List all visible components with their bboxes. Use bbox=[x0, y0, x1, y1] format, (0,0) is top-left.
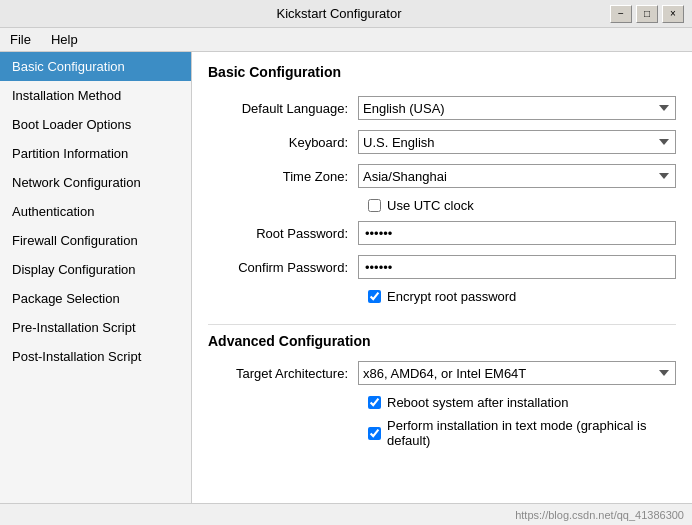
sidebar-item-basic-configuration[interactable]: Basic Configuration bbox=[0, 52, 191, 81]
root-password-row: Root Password: bbox=[208, 221, 676, 245]
sidebar-item-boot-loader-options[interactable]: Boot Loader Options bbox=[0, 110, 191, 139]
utc-clock-label: Use UTC clock bbox=[387, 198, 474, 213]
target-arch-select[interactable]: x86, AMD64, or Intel EM64T x86 (32-bit) … bbox=[358, 361, 676, 385]
reboot-label: Reboot system after installation bbox=[387, 395, 568, 410]
sidebar-item-network-configuration[interactable]: Network Configuration bbox=[0, 168, 191, 197]
keyboard-row: Keyboard: U.S. English U.S. Internationa… bbox=[208, 130, 676, 154]
reboot-checkbox[interactable] bbox=[368, 396, 381, 409]
main-content: Basic Configuration Installation Method … bbox=[0, 52, 692, 503]
sidebar: Basic Configuration Installation Method … bbox=[0, 52, 192, 503]
text-mode-label: Perform installation in text mode (graph… bbox=[387, 418, 676, 448]
confirm-password-input[interactable] bbox=[358, 255, 676, 279]
content-area: Basic Configuration Default Language: En… bbox=[192, 52, 692, 503]
close-button[interactable]: × bbox=[662, 5, 684, 23]
confirm-password-label: Confirm Password: bbox=[208, 260, 358, 275]
root-password-input[interactable] bbox=[358, 221, 676, 245]
keyboard-control: U.S. English U.S. International UK Germa… bbox=[358, 130, 676, 154]
confirm-password-row: Confirm Password: bbox=[208, 255, 676, 279]
menu-bar: File Help bbox=[0, 28, 692, 52]
root-password-control bbox=[358, 221, 676, 245]
utc-clock-checkbox[interactable] bbox=[368, 199, 381, 212]
sidebar-item-display-configuration[interactable]: Display Configuration bbox=[0, 255, 191, 284]
timezone-control: Asia/Shanghai America/New_York Europe/Lo… bbox=[358, 164, 676, 188]
sidebar-item-pre-installation-script[interactable]: Pre-Installation Script bbox=[0, 313, 191, 342]
title-bar: Kickstart Configurator − □ × bbox=[0, 0, 692, 28]
text-mode-checkbox[interactable] bbox=[368, 427, 381, 440]
sidebar-item-firewall-configuration[interactable]: Firewall Configuration bbox=[0, 226, 191, 255]
target-arch-label: Target Architecture: bbox=[208, 366, 358, 381]
sidebar-item-authentication[interactable]: Authentication bbox=[0, 197, 191, 226]
timezone-label: Time Zone: bbox=[208, 169, 358, 184]
confirm-password-control bbox=[358, 255, 676, 279]
advanced-config-section: Advanced Configuration Target Architectu… bbox=[208, 318, 676, 448]
utc-clock-row: Use UTC clock bbox=[208, 198, 676, 213]
encrypt-checkbox[interactable] bbox=[368, 290, 381, 303]
encrypt-row: Encrypt root password bbox=[208, 289, 676, 304]
menu-help[interactable]: Help bbox=[45, 30, 84, 49]
advanced-config-title: Advanced Configuration bbox=[208, 324, 676, 349]
status-bar: https://blog.csdn.net/qq_41386300 bbox=[0, 503, 692, 525]
root-password-label: Root Password: bbox=[208, 226, 358, 241]
sidebar-item-package-selection[interactable]: Package Selection bbox=[0, 284, 191, 313]
default-language-row: Default Language: English (USA) English … bbox=[208, 96, 676, 120]
default-language-label: Default Language: bbox=[208, 101, 358, 116]
window-title: Kickstart Configurator bbox=[68, 6, 610, 21]
maximize-button[interactable]: □ bbox=[636, 5, 658, 23]
timezone-select[interactable]: Asia/Shanghai America/New_York Europe/Lo… bbox=[358, 164, 676, 188]
status-text: https://blog.csdn.net/qq_41386300 bbox=[515, 509, 684, 521]
window-controls: − □ × bbox=[610, 5, 684, 23]
text-mode-row: Perform installation in text mode (graph… bbox=[208, 418, 676, 448]
target-arch-row: Target Architecture: x86, AMD64, or Inte… bbox=[208, 361, 676, 385]
minimize-button[interactable]: − bbox=[610, 5, 632, 23]
keyboard-select[interactable]: U.S. English U.S. International UK Germa… bbox=[358, 130, 676, 154]
reboot-row: Reboot system after installation bbox=[208, 395, 676, 410]
encrypt-label: Encrypt root password bbox=[387, 289, 516, 304]
default-language-select[interactable]: English (USA) English (UK) Chinese (Simp… bbox=[358, 96, 676, 120]
menu-file[interactable]: File bbox=[4, 30, 37, 49]
default-language-control: English (USA) English (UK) Chinese (Simp… bbox=[358, 96, 676, 120]
sidebar-item-installation-method[interactable]: Installation Method bbox=[0, 81, 191, 110]
target-arch-control: x86, AMD64, or Intel EM64T x86 (32-bit) … bbox=[358, 361, 676, 385]
timezone-row: Time Zone: Asia/Shanghai America/New_Yor… bbox=[208, 164, 676, 188]
basic-config-title: Basic Configuration bbox=[208, 64, 676, 84]
sidebar-item-post-installation-script[interactable]: Post-Installation Script bbox=[0, 342, 191, 371]
sidebar-item-partition-information[interactable]: Partition Information bbox=[0, 139, 191, 168]
keyboard-label: Keyboard: bbox=[208, 135, 358, 150]
